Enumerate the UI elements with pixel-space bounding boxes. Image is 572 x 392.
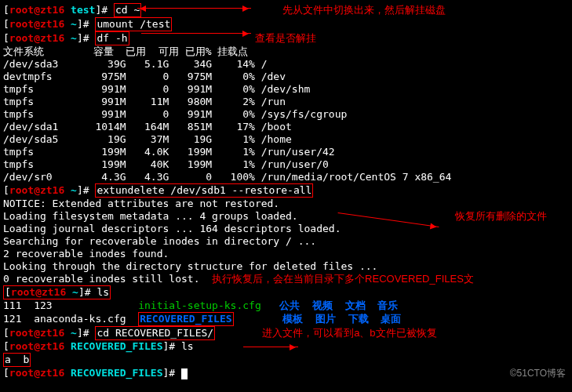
df-row: /dev/sda5 19G 37M 19G 1% /home [3,133,569,146]
cmd-ls2[interactable]: ls [181,340,194,352]
df-table: /dev/sda3 39G 5.1G 34G 14% /devtmpfs 975… [3,58,569,183]
cmd-ls[interactable]: ls [97,286,109,298]
prompt-line-8: [root@zt16 RECOVERED_FILES]# [3,367,569,379]
prompt-line-1: [root@zt16 test]# cd ~先从文件中切换出来，然后解挂磁盘 [3,3,569,17]
df-row: tmpfs 991M 0 991M 0% /sys/fs/cgroup [3,108,569,121]
ext-out-6: Looking through the directory structure … [3,260,569,273]
arrow-2 [141,33,251,34]
cursor[interactable] [181,368,188,379]
ext-out-3: Loading journal descriptors ... 164 desc… [3,223,569,235]
df-row: /dev/sr0 4.3G 4.3G 0 100% /run/media/roo… [3,171,569,183]
prompt-line-5: [root@zt16 ~]# ls [3,285,569,299]
annotation-1: 先从文件中切换出来，然后解挂磁盘 [282,4,446,16]
df-header: 文件系统 容量 已用 可用 已用% 挂载点 [3,45,569,58]
ext-out-2: Loading filesystem metadata ... 4 groups… [3,210,569,223]
watermark: ©51CTO博客 [510,367,566,379]
ext-out-5: 2 recoverable inodes found. [3,248,569,260]
prompt-line-4: [root@zt16 ~]# extundelete /dev/sdb1 --r… [3,183,569,198]
ext-out-1: NOTICE: Extended attributes are not rest… [3,198,569,210]
ls-row-1: 111 123 initial-setup-ks.cfg 公共 视频 文档 音乐 [3,299,569,312]
df-row: tmpfs 199M 40K 199M 1% /run/user/0 [3,158,569,171]
df-row: tmpfs 199M 4.0K 199M 1% /run/user/42 [3,146,569,158]
cmd-umount[interactable]: umount /test [97,18,170,30]
recovered-files-dir: RECOVERED_FILES [140,313,231,325]
arrow-1b [137,8,141,9]
df-row: /dev/sda3 39G 5.1G 34G 14% / [3,58,569,71]
annotation-4: 执行恢复后，会在当前目录下多个RECOVERED_FILES文 [212,273,474,285]
annotation-3: 恢复所有删除的文件 [455,210,547,222]
prompt-line-3: [root@zt16 ~]# df -h查看是否解挂 [3,31,569,45]
cmd-extundelete[interactable]: extundelete /dev/sdb1 --restore-all [97,184,312,196]
annotation-2: 查看是否解挂 [255,32,316,44]
cmd-df[interactable]: df -h [97,32,127,44]
prompt-line-2: [root@zt16 ~]# umount /test [3,17,569,31]
df-row: devtmpfs 975M 0 975M 0% /dev [3,71,569,83]
arrow-5 [243,347,298,347]
ext-out-4: Searching for recoverable inodes in dire… [3,235,569,248]
cmd-cd-recovered[interactable]: cd RECOVERED_FILES/ [97,327,213,339]
ls2-row: a b [3,353,569,367]
prompt-line-6: [root@zt16 ~]# cd RECOVERED_FILES/进入文件，可… [3,326,569,340]
annotation-5: 进入文件，可以看到a、b文件已被恢复 [262,327,436,339]
arrow-1 [141,8,251,9]
df-row: tmpfs 991M 0 991M 0% /dev/shm [3,83,569,96]
ext-out-7: 0 recoverable inodes still lost. 执行恢复后，会… [3,273,569,285]
df-row: /dev/sda1 1014M 164M 851M 17% /boot [3,121,569,133]
df-row: tmpfs 991M 11M 980M 2% /run [3,96,569,108]
ls-row-2: 121 anaconda-ks.cfg RECOVERED_FILES 模板 图… [3,312,569,326]
